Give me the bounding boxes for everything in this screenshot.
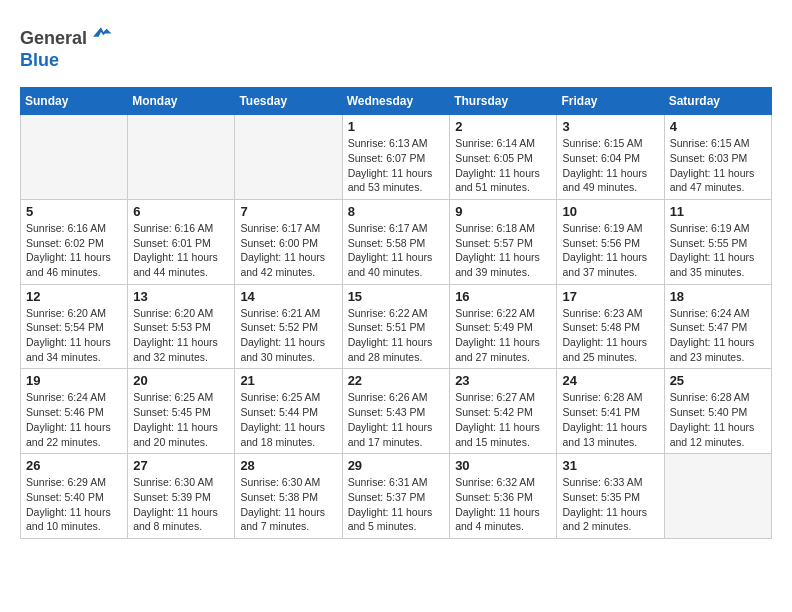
day-info: Sunrise: 6:29 AMSunset: 5:40 PMDaylight:…	[26, 475, 122, 534]
day-info: Sunrise: 6:21 AMSunset: 5:52 PMDaylight:…	[240, 306, 336, 365]
day-number: 31	[562, 458, 658, 473]
day-info: Sunrise: 6:19 AMSunset: 5:56 PMDaylight:…	[562, 221, 658, 280]
day-info: Sunrise: 6:28 AMSunset: 5:41 PMDaylight:…	[562, 390, 658, 449]
calendar-cell: 15Sunrise: 6:22 AMSunset: 5:51 PMDayligh…	[342, 284, 450, 369]
calendar-cell	[128, 115, 235, 200]
weekday-header: Saturday	[664, 88, 771, 115]
calendar-cell: 16Sunrise: 6:22 AMSunset: 5:49 PMDayligh…	[450, 284, 557, 369]
day-info: Sunrise: 6:15 AMSunset: 6:04 PMDaylight:…	[562, 136, 658, 195]
logo-blue: Blue	[20, 50, 59, 70]
day-info: Sunrise: 6:14 AMSunset: 6:05 PMDaylight:…	[455, 136, 551, 195]
day-number: 24	[562, 373, 658, 388]
calendar-cell: 12Sunrise: 6:20 AMSunset: 5:54 PMDayligh…	[21, 284, 128, 369]
calendar-cell: 27Sunrise: 6:30 AMSunset: 5:39 PMDayligh…	[128, 454, 235, 539]
day-info: Sunrise: 6:16 AMSunset: 6:01 PMDaylight:…	[133, 221, 229, 280]
weekday-header: Thursday	[450, 88, 557, 115]
day-number: 9	[455, 204, 551, 219]
calendar-cell: 23Sunrise: 6:27 AMSunset: 5:42 PMDayligh…	[450, 369, 557, 454]
calendar-cell: 24Sunrise: 6:28 AMSunset: 5:41 PMDayligh…	[557, 369, 664, 454]
day-number: 4	[670, 119, 766, 134]
calendar-cell: 30Sunrise: 6:32 AMSunset: 5:36 PMDayligh…	[450, 454, 557, 539]
day-number: 8	[348, 204, 445, 219]
weekday-header: Monday	[128, 88, 235, 115]
day-number: 2	[455, 119, 551, 134]
day-info: Sunrise: 6:15 AMSunset: 6:03 PMDaylight:…	[670, 136, 766, 195]
day-number: 23	[455, 373, 551, 388]
day-info: Sunrise: 6:22 AMSunset: 5:51 PMDaylight:…	[348, 306, 445, 365]
day-number: 5	[26, 204, 122, 219]
day-info: Sunrise: 6:25 AMSunset: 5:45 PMDaylight:…	[133, 390, 229, 449]
day-number: 29	[348, 458, 445, 473]
day-number: 7	[240, 204, 336, 219]
weekday-header: Sunday	[21, 88, 128, 115]
day-info: Sunrise: 6:24 AMSunset: 5:46 PMDaylight:…	[26, 390, 122, 449]
day-info: Sunrise: 6:25 AMSunset: 5:44 PMDaylight:…	[240, 390, 336, 449]
day-number: 11	[670, 204, 766, 219]
day-number: 18	[670, 289, 766, 304]
day-info: Sunrise: 6:16 AMSunset: 6:02 PMDaylight:…	[26, 221, 122, 280]
day-info: Sunrise: 6:20 AMSunset: 5:54 PMDaylight:…	[26, 306, 122, 365]
day-number: 28	[240, 458, 336, 473]
calendar-cell: 26Sunrise: 6:29 AMSunset: 5:40 PMDayligh…	[21, 454, 128, 539]
day-info: Sunrise: 6:19 AMSunset: 5:55 PMDaylight:…	[670, 221, 766, 280]
day-number: 22	[348, 373, 445, 388]
day-number: 14	[240, 289, 336, 304]
day-number: 16	[455, 289, 551, 304]
day-number: 26	[26, 458, 122, 473]
calendar-cell: 29Sunrise: 6:31 AMSunset: 5:37 PMDayligh…	[342, 454, 450, 539]
day-number: 21	[240, 373, 336, 388]
calendar-header: SundayMondayTuesdayWednesdayThursdayFrid…	[21, 88, 772, 115]
day-number: 6	[133, 204, 229, 219]
day-info: Sunrise: 6:18 AMSunset: 5:57 PMDaylight:…	[455, 221, 551, 280]
logo: General Blue	[20, 20, 113, 71]
day-number: 13	[133, 289, 229, 304]
calendar-cell: 19Sunrise: 6:24 AMSunset: 5:46 PMDayligh…	[21, 369, 128, 454]
day-number: 27	[133, 458, 229, 473]
calendar-cell: 6Sunrise: 6:16 AMSunset: 6:01 PMDaylight…	[128, 199, 235, 284]
calendar-cell: 13Sunrise: 6:20 AMSunset: 5:53 PMDayligh…	[128, 284, 235, 369]
day-number: 30	[455, 458, 551, 473]
calendar-cell: 8Sunrise: 6:17 AMSunset: 5:58 PMDaylight…	[342, 199, 450, 284]
page-header: General Blue	[20, 20, 772, 71]
calendar-cell: 21Sunrise: 6:25 AMSunset: 5:44 PMDayligh…	[235, 369, 342, 454]
day-info: Sunrise: 6:27 AMSunset: 5:42 PMDaylight:…	[455, 390, 551, 449]
day-info: Sunrise: 6:30 AMSunset: 5:38 PMDaylight:…	[240, 475, 336, 534]
day-number: 17	[562, 289, 658, 304]
calendar-cell: 14Sunrise: 6:21 AMSunset: 5:52 PMDayligh…	[235, 284, 342, 369]
day-info: Sunrise: 6:30 AMSunset: 5:39 PMDaylight:…	[133, 475, 229, 534]
day-info: Sunrise: 6:24 AMSunset: 5:47 PMDaylight:…	[670, 306, 766, 365]
calendar-cell	[21, 115, 128, 200]
day-number: 19	[26, 373, 122, 388]
logo-bird-icon	[89, 20, 113, 44]
day-number: 25	[670, 373, 766, 388]
day-info: Sunrise: 6:23 AMSunset: 5:48 PMDaylight:…	[562, 306, 658, 365]
day-number: 15	[348, 289, 445, 304]
day-info: Sunrise: 6:32 AMSunset: 5:36 PMDaylight:…	[455, 475, 551, 534]
day-info: Sunrise: 6:31 AMSunset: 5:37 PMDaylight:…	[348, 475, 445, 534]
calendar-cell: 1Sunrise: 6:13 AMSunset: 6:07 PMDaylight…	[342, 115, 450, 200]
svg-marker-0	[93, 27, 111, 37]
day-number: 3	[562, 119, 658, 134]
weekday-header: Tuesday	[235, 88, 342, 115]
logo-general: General	[20, 28, 87, 48]
calendar-cell: 9Sunrise: 6:18 AMSunset: 5:57 PMDaylight…	[450, 199, 557, 284]
calendar-cell: 31Sunrise: 6:33 AMSunset: 5:35 PMDayligh…	[557, 454, 664, 539]
day-info: Sunrise: 6:17 AMSunset: 5:58 PMDaylight:…	[348, 221, 445, 280]
calendar-cell: 28Sunrise: 6:30 AMSunset: 5:38 PMDayligh…	[235, 454, 342, 539]
day-info: Sunrise: 6:22 AMSunset: 5:49 PMDaylight:…	[455, 306, 551, 365]
day-info: Sunrise: 6:28 AMSunset: 5:40 PMDaylight:…	[670, 390, 766, 449]
calendar-cell	[235, 115, 342, 200]
calendar-cell: 10Sunrise: 6:19 AMSunset: 5:56 PMDayligh…	[557, 199, 664, 284]
day-number: 10	[562, 204, 658, 219]
day-number: 12	[26, 289, 122, 304]
weekday-header: Friday	[557, 88, 664, 115]
calendar-cell: 3Sunrise: 6:15 AMSunset: 6:04 PMDaylight…	[557, 115, 664, 200]
day-info: Sunrise: 6:13 AMSunset: 6:07 PMDaylight:…	[348, 136, 445, 195]
calendar-cell: 18Sunrise: 6:24 AMSunset: 5:47 PMDayligh…	[664, 284, 771, 369]
day-number: 20	[133, 373, 229, 388]
weekday-header: Wednesday	[342, 88, 450, 115]
day-info: Sunrise: 6:26 AMSunset: 5:43 PMDaylight:…	[348, 390, 445, 449]
calendar-cell: 20Sunrise: 6:25 AMSunset: 5:45 PMDayligh…	[128, 369, 235, 454]
day-number: 1	[348, 119, 445, 134]
day-info: Sunrise: 6:17 AMSunset: 6:00 PMDaylight:…	[240, 221, 336, 280]
